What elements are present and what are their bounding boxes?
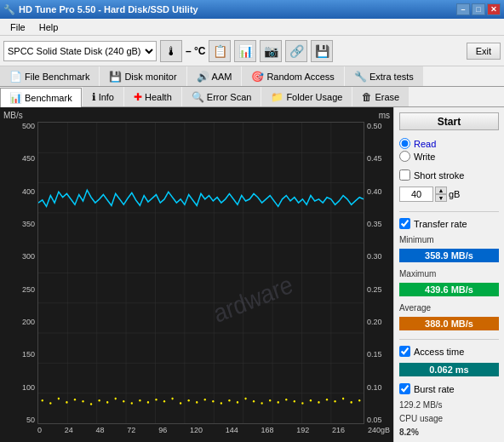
toolbar-icon-2[interactable]: 📊 <box>234 40 256 62</box>
burst-rate-checkbox[interactable] <box>399 383 410 394</box>
toolbar-icon-thermometer: 🌡 <box>160 40 182 62</box>
close-button[interactable]: ✕ <box>487 3 501 15</box>
transfer-rate-label: Transfer rate <box>414 219 467 229</box>
svg-point-50 <box>294 400 295 403</box>
tab-error-scan[interactable]: 🔍 Error Scan <box>182 87 261 106</box>
erase-icon: 🗑 <box>362 91 372 103</box>
tab-erase[interactable]: 🗑 Erase <box>352 87 409 106</box>
svg-point-26 <box>98 399 100 402</box>
menu-help[interactable]: Help <box>32 20 66 34</box>
health-icon: ✚ <box>134 91 142 103</box>
access-time-checkbox[interactable] <box>399 346 410 357</box>
app-icon: 🔧 <box>3 4 15 15</box>
benchmark-icon: 📊 <box>9 92 22 104</box>
radio-write[interactable]: Write <box>399 151 499 162</box>
tab-folder-usage[interactable]: 📁 Folder Usage <box>261 87 352 106</box>
tab-aam-label: AAM <box>212 72 232 82</box>
svg-point-57 <box>351 401 352 404</box>
tabs-row-1: 📄 File Benchmark 💾 Disk monitor 🔊 AAM 🎯 … <box>0 66 504 87</box>
svg-point-41 <box>220 402 222 405</box>
toolbar: SPCC Solid State Disk (240 gB) 🌡 – °C 📋 … <box>0 36 504 66</box>
chart-svg: ardware <box>38 123 364 423</box>
tab-benchmark-label: Benchmark <box>25 93 72 103</box>
svg-point-21 <box>58 398 60 400</box>
spinner-down-button[interactable]: ▼ <box>435 194 447 202</box>
tab-info[interactable]: ℹ Info <box>83 87 123 106</box>
main-content: MB/s ms 500 450 400 350 300 250 200 150 … <box>0 107 504 442</box>
tab-random-access-label: Random Access <box>266 72 334 82</box>
tab-disk-monitor-label: Disk monitor <box>124 72 176 82</box>
toolbar-icon-5[interactable]: 💾 <box>311 40 333 62</box>
svg-point-27 <box>106 401 108 404</box>
aam-icon: 🔊 <box>197 71 209 83</box>
svg-point-45 <box>253 400 255 403</box>
toolbar-icon-3[interactable]: 📷 <box>260 40 282 62</box>
menu-bar: File Help <box>0 19 504 36</box>
tab-folder-usage-label: Folder Usage <box>286 92 342 102</box>
svg-point-23 <box>74 399 76 401</box>
svg-point-29 <box>123 400 124 403</box>
extra-tests-icon: 🔧 <box>354 71 367 83</box>
radio-read-input[interactable] <box>399 138 410 149</box>
tab-health-label: Health <box>145 92 172 102</box>
toolbar-icon-4[interactable]: 🔗 <box>285 40 307 62</box>
maximize-button[interactable]: □ <box>472 3 485 15</box>
disk-selector[interactable]: SPCC Solid State Disk (240 gB) <box>3 41 157 61</box>
svg-point-52 <box>310 399 312 402</box>
svg-point-32 <box>147 401 149 404</box>
short-stroke-checkbox[interactable] <box>399 169 410 181</box>
svg-point-46 <box>261 402 262 405</box>
svg-point-33 <box>155 399 157 401</box>
exit-button[interactable]: Exit <box>467 43 501 60</box>
tab-health[interactable]: ✚ Health <box>124 87 181 106</box>
svg-point-22 <box>66 401 67 404</box>
radio-read[interactable]: Read <box>399 138 499 149</box>
chart-plot: ardware <box>37 122 364 424</box>
tab-disk-monitor[interactable]: 💾 Disk monitor <box>100 66 186 86</box>
access-time-checkbox-row[interactable]: Access time <box>399 346 499 357</box>
error-scan-icon: 🔍 <box>192 91 204 103</box>
minimum-label: Minimum <box>399 235 499 244</box>
short-stroke-checkbox-row[interactable]: Short stroke <box>399 169 499 181</box>
transfer-rate-checkbox-row[interactable]: Transfer rate <box>399 218 499 229</box>
spinner-buttons: ▲ ▼ <box>435 187 447 202</box>
random-access-icon: 🎯 <box>251 71 264 83</box>
svg-point-37 <box>188 399 190 402</box>
spinner-up-button[interactable]: ▲ <box>435 187 447 194</box>
svg-text:ardware: ardware <box>210 270 296 329</box>
svg-point-53 <box>318 401 319 404</box>
read-write-group: Read Write <box>399 138 499 162</box>
tab-random-access[interactable]: 🎯 Random Access <box>242 66 343 86</box>
divider-1 <box>399 211 499 212</box>
tab-erase-label: Erase <box>375 92 399 102</box>
svg-point-47 <box>269 399 271 402</box>
temperature-display: – °C <box>186 45 205 57</box>
start-button[interactable]: Start <box>399 112 499 130</box>
access-time-label: Access time <box>414 347 464 357</box>
menu-file[interactable]: File <box>3 20 32 34</box>
cpu-value: 8.2% <box>399 428 499 437</box>
svg-point-36 <box>180 402 181 405</box>
tab-extra-tests[interactable]: 🔧 Extra tests <box>345 66 423 86</box>
toolbar-icon-1[interactable]: 📋 <box>209 40 231 62</box>
average-value: 388.0 MB/s <box>399 317 499 330</box>
chart-container: MB/s ms 500 450 400 350 300 250 200 150 … <box>0 107 393 442</box>
tab-file-benchmark[interactable]: 📄 File Benchmark <box>0 66 99 86</box>
transfer-rate-checkbox[interactable] <box>399 218 410 229</box>
svg-point-42 <box>228 399 230 402</box>
folder-usage-icon: 📁 <box>271 91 284 103</box>
svg-point-55 <box>334 400 335 403</box>
maximum-label: Maximum <box>399 269 499 278</box>
tab-aam[interactable]: 🔊 AAM <box>187 66 242 86</box>
svg-point-28 <box>115 398 117 400</box>
window-title: HD Tune Pro 5.50 - Hard Disk/SSD Utility <box>19 4 198 14</box>
tab-benchmark[interactable]: 📊 Benchmark <box>0 88 82 107</box>
radio-write-input[interactable] <box>399 151 410 162</box>
svg-point-20 <box>49 402 51 405</box>
tabs-row-2: 📊 Benchmark ℹ Info ✚ Health 🔍 Error Scan… <box>0 87 504 107</box>
burst-rate-checkbox-row[interactable]: Burst rate <box>399 383 499 394</box>
spinner-row: ▲ ▼ gB <box>399 187 499 202</box>
svg-point-58 <box>358 399 360 402</box>
minimize-button[interactable]: – <box>456 3 470 15</box>
spinner-input[interactable] <box>399 187 433 202</box>
